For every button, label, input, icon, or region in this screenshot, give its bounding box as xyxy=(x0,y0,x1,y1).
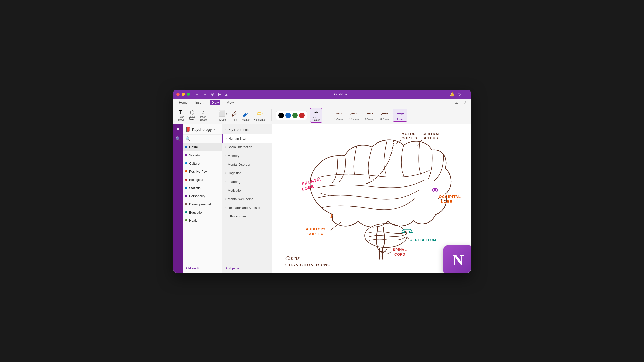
stroke-035-button[interactable]: 0.35 mm xyxy=(347,109,361,122)
ink-colour-icon: ✒ xyxy=(314,109,318,115)
stroke-07-preview xyxy=(380,112,389,115)
section-item-basic[interactable]: Basic xyxy=(183,143,222,151)
section-item-society[interactable]: Society xyxy=(183,151,222,159)
add-section-button[interactable]: Add section xyxy=(183,264,222,273)
page-mental-disorder[interactable]: › Mental Disorder xyxy=(222,160,272,169)
color-red[interactable] xyxy=(299,113,305,118)
page-eclecticism[interactable]: Eclecticism xyxy=(222,212,272,221)
close-button[interactable] xyxy=(176,92,180,96)
notebook-name: Psychology xyxy=(192,128,212,132)
section-dot-developmental xyxy=(185,203,187,205)
notifications-icon[interactable]: 🔔 xyxy=(450,92,454,96)
notebook-header[interactable]: 📕 Psychology ∨ xyxy=(183,124,222,135)
add-page-button[interactable]: Add page xyxy=(222,264,272,273)
menu-insert[interactable]: Insert xyxy=(194,100,205,105)
menu-home[interactable]: Home xyxy=(177,100,189,105)
color-palette xyxy=(276,111,307,120)
section-item-biological[interactable]: Biological xyxy=(183,176,222,184)
page-research-statistic[interactable]: › Research and Statistic xyxy=(222,203,272,212)
page-mental-wellbeing[interactable]: › Mental Well-being xyxy=(222,195,272,203)
page-motivation[interactable]: › Motivation xyxy=(222,186,272,195)
menu-view[interactable]: View xyxy=(226,100,235,105)
section-dot-basic xyxy=(185,146,187,148)
stroke-025-label: 0.25 mm xyxy=(334,118,343,120)
page-chevron-9: › xyxy=(226,206,226,209)
page-label-8: Mental Well-being xyxy=(228,197,254,201)
eraser-button[interactable]: ⬜ ▾ xyxy=(217,109,228,118)
lasso-label: LassoSelect xyxy=(189,115,196,121)
menu-bar: Home Insert Draw View ☁ ↗ xyxy=(174,99,470,106)
marker-label: Marker xyxy=(242,118,250,121)
color-blue[interactable] xyxy=(285,113,291,118)
search-sidebar-icon[interactable]: 🔍 xyxy=(175,136,181,142)
menu-draw[interactable]: Draw xyxy=(210,100,220,105)
separator-1 xyxy=(212,109,213,121)
ink-colour-button[interactable]: ✒ InkColour xyxy=(310,108,322,123)
section-dot-biological xyxy=(185,179,187,181)
color-black[interactable] xyxy=(278,113,284,118)
title-bar-right: 🔔 ☺ ⌄ xyxy=(450,92,468,96)
page-social-interaction[interactable]: › Social interaction xyxy=(222,143,272,151)
insert-space-label: InsertSpace xyxy=(200,116,206,121)
search-button[interactable]: 🔍 xyxy=(185,136,191,142)
section-item-statistic[interactable]: Statistic xyxy=(183,184,222,192)
text-tools-group: T| TextMode ⬡ LassoSelect ↕ InsertSpace xyxy=(176,109,208,122)
page-psy-is-science[interactable]: › Psy is Science xyxy=(222,125,272,134)
eraser-dropdown[interactable]: ▾ xyxy=(226,112,227,115)
svg-text:SPINAL: SPINAL xyxy=(393,248,407,252)
section-dot-health xyxy=(185,220,187,221)
page-label-10: Eclecticism xyxy=(230,215,246,218)
svg-text:AUDITORY: AUDITORY xyxy=(306,227,326,231)
highlighter-button[interactable]: ✏ Highlighter xyxy=(252,109,267,122)
cloud-icon[interactable]: ☁ xyxy=(454,100,458,105)
page-human-brain[interactable]: › Human Brain xyxy=(222,134,272,143)
section-label-biological: Biological xyxy=(189,178,203,182)
forward-button[interactable]: → xyxy=(202,91,208,97)
share-icon[interactable]: ↗ xyxy=(464,100,467,105)
page-learning[interactable]: › Learning xyxy=(222,177,272,186)
section-item-developmental[interactable]: Developmental xyxy=(183,200,222,208)
home-nav-button[interactable]: ⊙ xyxy=(210,91,215,97)
section-dot-education xyxy=(185,211,187,213)
notebooks-icon[interactable]: ≡ xyxy=(177,127,180,132)
emoji-icon[interactable]: ☺ xyxy=(458,92,462,96)
stroke-1-label: 1 mm xyxy=(397,118,403,120)
page-cognition[interactable]: › Cognition xyxy=(222,169,272,177)
section-item-health[interactable]: Health xyxy=(183,217,222,225)
page-chevron-2: › xyxy=(226,146,226,148)
title-bar: ← → ⊙ ▶ ⊻ OneNote 🔔 ☺ ⌄ xyxy=(174,90,470,99)
stroke-07-button[interactable]: 0.7 mm xyxy=(378,109,392,122)
svg-text:♩: ♩ xyxy=(330,213,332,220)
section-item-education[interactable]: Education xyxy=(183,208,222,217)
insert-space-button[interactable]: ↕ InsertSpace xyxy=(198,109,208,122)
svg-text:CENTRAL: CENTRAL xyxy=(422,132,441,136)
page-chevron-3: › xyxy=(226,154,226,157)
page-chevron-1: › xyxy=(226,137,227,140)
stroke-025-button[interactable]: 0.25 mm xyxy=(332,109,346,122)
section-item-personality[interactable]: Personality xyxy=(183,192,222,200)
pen-button[interactable]: 🖊 Pen xyxy=(230,109,240,122)
play-button[interactable]: ▶ xyxy=(217,91,222,97)
page-memory[interactable]: › Memory xyxy=(222,151,272,160)
section-label-society: Society xyxy=(189,153,200,157)
back-button[interactable]: ← xyxy=(194,91,200,97)
chevron-down-icon[interactable]: ⌄ xyxy=(464,92,468,96)
text-mode-button[interactable]: T| TextMode xyxy=(176,109,186,122)
sections-panel: 📕 Psychology ∨ 🔍 Basic Society Culture xyxy=(183,124,222,273)
svg-line-20 xyxy=(407,236,408,239)
canvas-area[interactable]: MOTOR CORTEX CENTRAL SCLCUS FRONTAL LOBE… xyxy=(272,124,470,273)
lasso-select-button[interactable]: ⬡ LassoSelect xyxy=(187,109,197,122)
stroke-05-button[interactable]: 0.5 mm xyxy=(362,109,376,122)
more-button[interactable]: ⊻ xyxy=(224,91,229,97)
marker-button[interactable]: 🖌 Marker xyxy=(240,109,251,122)
pen-label: Pen xyxy=(232,118,237,121)
stroke-05-label: 0.5 mm xyxy=(365,118,373,120)
section-item-culture[interactable]: Culture xyxy=(183,159,222,168)
section-item-positive-psy[interactable]: Positive Psy xyxy=(183,168,222,176)
stroke-035-preview xyxy=(350,112,358,115)
maximize-button[interactable] xyxy=(187,92,190,96)
minimize-button[interactable] xyxy=(182,92,185,96)
color-green[interactable] xyxy=(292,113,298,118)
page-chevron-7: › xyxy=(226,189,226,192)
stroke-1-button[interactable]: 1 mm xyxy=(393,109,407,122)
